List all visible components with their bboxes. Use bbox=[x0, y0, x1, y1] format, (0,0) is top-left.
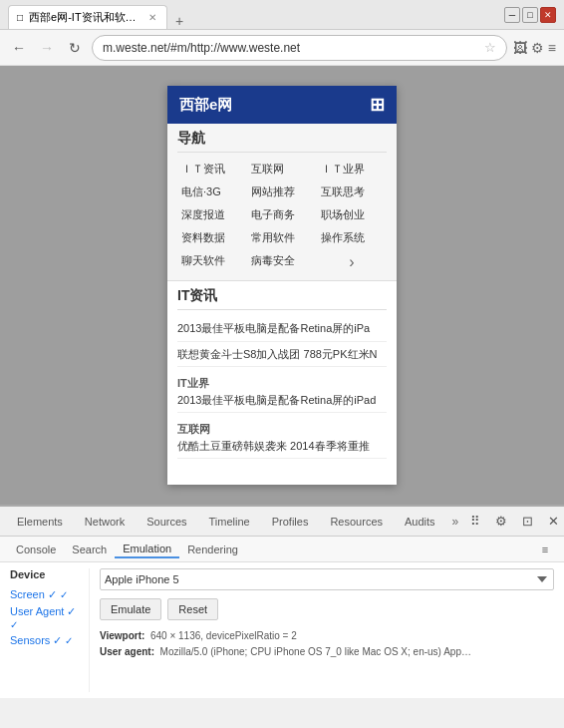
screenshot-button[interactable]: 🖼 bbox=[513, 40, 527, 56]
devtools-toolbar: Elements Network Sources Timeline Profil… bbox=[0, 507, 564, 537]
emulation-info: Viewport: 640 × 1136, devicePixelRatio =… bbox=[100, 628, 554, 660]
nav-item-7[interactable]: 电子商务 bbox=[247, 204, 317, 225]
mobile-logo: 西部e网 bbox=[179, 96, 232, 115]
mobile-nav-section: 导航 ＩＴ资讯 互联网 ＩＴ业界 电信·3G 网站推荐 互联思考 深度报道 电子… bbox=[167, 124, 397, 281]
url-text: m.weste.net/#m/http://www.weste.net bbox=[103, 41, 478, 55]
nav-item-1[interactable]: 互联网 bbox=[247, 159, 317, 180]
mobile-article-0[interactable]: 2013最佳平板电脑是配备Retina屏的iPa bbox=[177, 316, 387, 342]
useragent-value: Mozilla/5.0 (iPhone; CPU iPhone OS 7_0 l… bbox=[160, 646, 471, 657]
address-bar: ← → ↻ m.weste.net/#m/http://www.weste.ne… bbox=[0, 30, 564, 66]
devtools-tab-sources[interactable]: Sources bbox=[136, 511, 197, 532]
sidebar-user-agent[interactable]: User Agent ✓ bbox=[10, 605, 81, 630]
maximize-button[interactable]: □ bbox=[522, 7, 538, 23]
devtools-tab-resources[interactable]: Resources bbox=[319, 511, 394, 532]
subtab-search[interactable]: Search bbox=[64, 542, 115, 557]
new-tab-button[interactable]: + bbox=[171, 13, 187, 29]
viewport-value: 640 × 1136, devicePixelRatio = 2 bbox=[150, 630, 297, 641]
subtab-more-btn[interactable]: ≡ bbox=[534, 539, 556, 560]
nav-item-0[interactable]: ＩＴ资讯 bbox=[177, 159, 247, 180]
nav-item-4[interactable]: 网站推荐 bbox=[247, 182, 317, 202]
article-category-2: IT业界 bbox=[177, 375, 387, 392]
sidebar-sensors[interactable]: Sensors ✓ bbox=[10, 634, 81, 647]
sidebar-screen[interactable]: Screen ✓ bbox=[10, 588, 81, 601]
devtools-tab-profiles[interactable]: Profiles bbox=[261, 511, 320, 532]
article-text-2: 2013最佳平板电脑是配备Retina屏的iPad bbox=[177, 394, 376, 406]
refresh-button[interactable]: ↻ bbox=[64, 37, 86, 59]
nav-item-10[interactable]: 常用软件 bbox=[247, 227, 317, 248]
browser-viewport: 西部e网 ⊞ 导航 ＩＴ资讯 互联网 ＩＴ业界 电信·3G 网站推荐 互联思考 … bbox=[0, 66, 564, 505]
more-tabs-btn[interactable]: » bbox=[446, 511, 465, 533]
tab-favicon: □ bbox=[17, 12, 23, 23]
reset-button[interactable]: Reset bbox=[167, 598, 218, 620]
device-row: Apple iPhone 5 bbox=[100, 568, 554, 590]
nav-item-9[interactable]: 资料数据 bbox=[177, 227, 247, 248]
window-controls: ─ □ ✕ bbox=[504, 7, 556, 23]
nav-item-8[interactable]: 职场创业 bbox=[317, 204, 387, 225]
toolbar-icons: 🖼 ⚙ ≡ bbox=[513, 40, 556, 56]
devtools-tab-audits[interactable]: Audits bbox=[394, 511, 446, 532]
mobile-header: 西部e网 ⊞ bbox=[167, 86, 397, 124]
nav-item-2[interactable]: ＩＴ业界 bbox=[317, 159, 387, 180]
settings-button[interactable]: ⚙ bbox=[531, 40, 544, 56]
mobile-content-title: IT资讯 bbox=[177, 287, 387, 310]
subtab-console[interactable]: Console bbox=[8, 542, 64, 557]
mobile-article-3[interactable]: 互联网 优酷土豆重磅韩娱袭来 2014春季将重推 bbox=[177, 413, 387, 459]
url-bar[interactable]: m.weste.net/#m/http://www.weste.net ☆ bbox=[92, 35, 507, 61]
title-bar: □ 西部e网-IT资讯和软件教… ✕ + ─ □ ✕ bbox=[0, 0, 564, 30]
emulate-button[interactable]: Emulate bbox=[100, 598, 161, 620]
mobile-article-1[interactable]: 联想黄金斗士S8加入战团 788元PK红米N bbox=[177, 342, 387, 368]
devtools-close-btn[interactable]: ✕ bbox=[542, 511, 564, 533]
device-label: Device bbox=[10, 568, 81, 580]
bookmark-icon[interactable]: ☆ bbox=[484, 40, 496, 55]
devtools-tab-network[interactable]: Network bbox=[74, 511, 136, 532]
article-category-3: 互联网 bbox=[177, 421, 387, 438]
devtools-subtabs: Console Search Emulation Rendering ≡ bbox=[0, 537, 564, 562]
forward-button: → bbox=[36, 37, 58, 59]
browser-tab[interactable]: □ 西部e网-IT资讯和软件教… ✕ bbox=[8, 5, 167, 29]
mobile-nav-title: 导航 bbox=[177, 130, 387, 153]
subtab-rendering[interactable]: Rendering bbox=[179, 542, 246, 557]
nav-item-5[interactable]: 互联思考 bbox=[317, 182, 387, 202]
article-text-3: 优酷土豆重磅韩娱袭来 2014春季将重推 bbox=[177, 440, 370, 452]
devtools-emulation-content: Device Screen ✓ User Agent ✓ Sensors ✓ A… bbox=[0, 562, 564, 698]
devtools-dock-btn[interactable]: ⊡ bbox=[516, 511, 538, 533]
close-button[interactable]: ✕ bbox=[540, 7, 556, 23]
mobile-header-icon[interactable]: ⊞ bbox=[370, 94, 385, 116]
tab-bar: □ 西部e网-IT资讯和软件教… ✕ + bbox=[8, 0, 496, 29]
menu-button[interactable]: ≡ bbox=[548, 40, 556, 56]
minimize-button[interactable]: ─ bbox=[504, 7, 520, 23]
article-text-1: 联想黄金斗士S8加入战团 788元PK红米N bbox=[177, 348, 377, 360]
nav-item-6[interactable]: 深度报道 bbox=[177, 204, 247, 225]
nav-item-12[interactable]: 聊天软件 bbox=[177, 250, 247, 274]
article-text-0: 2013最佳平板电脑是配备Retina屏的iPa bbox=[177, 322, 370, 334]
nav-item-3[interactable]: 电信·3G bbox=[177, 182, 247, 202]
emulation-sidebar: Device Screen ✓ User Agent ✓ Sensors ✓ bbox=[10, 568, 90, 692]
devtools-tab-timeline[interactable]: Timeline bbox=[198, 511, 261, 532]
mobile-page: 西部e网 ⊞ 导航 ＩＴ资讯 互联网 ＩＴ业界 电信·3G 网站推荐 互联思考 … bbox=[167, 86, 397, 485]
emulation-main: Apple iPhone 5 Emulate Reset Viewport: 6… bbox=[90, 568, 554, 692]
nav-item-13[interactable]: 病毒安全 bbox=[247, 250, 317, 274]
device-select[interactable]: Apple iPhone 5 bbox=[100, 568, 554, 590]
devtools-tab-elements[interactable]: Elements bbox=[6, 511, 74, 532]
tab-close-btn[interactable]: ✕ bbox=[148, 12, 156, 23]
devtools-dots-btn[interactable]: ⠿ bbox=[464, 511, 486, 533]
nav-item-11[interactable]: 操作系统 bbox=[317, 227, 387, 248]
action-row: Emulate Reset bbox=[100, 598, 554, 620]
devtools-settings-btn[interactable]: ⚙ bbox=[490, 511, 512, 533]
viewport-label: Viewport: bbox=[100, 630, 144, 641]
subtab-emulation[interactable]: Emulation bbox=[115, 541, 179, 558]
mobile-nav-grid: ＩＴ资讯 互联网 ＩＴ业界 电信·3G 网站推荐 互联思考 深度报道 电子商务 … bbox=[177, 159, 387, 274]
back-button[interactable]: ← bbox=[8, 37, 30, 59]
devtools-panel: Elements Network Sources Timeline Profil… bbox=[0, 505, 564, 698]
tab-title: 西部e网-IT资讯和软件教… bbox=[29, 10, 139, 25]
useragent-label: User agent: bbox=[100, 646, 154, 657]
mobile-content-section: IT资讯 2013最佳平板电脑是配备Retina屏的iPa 联想黄金斗士S8加入… bbox=[167, 281, 397, 465]
devtools-actions: ⠿ ⚙ ⊡ ✕ bbox=[464, 511, 564, 533]
nav-more-btn[interactable]: › bbox=[317, 250, 387, 274]
mobile-article-2[interactable]: IT业界 2013最佳平板电脑是配备Retina屏的iPad bbox=[177, 367, 387, 413]
